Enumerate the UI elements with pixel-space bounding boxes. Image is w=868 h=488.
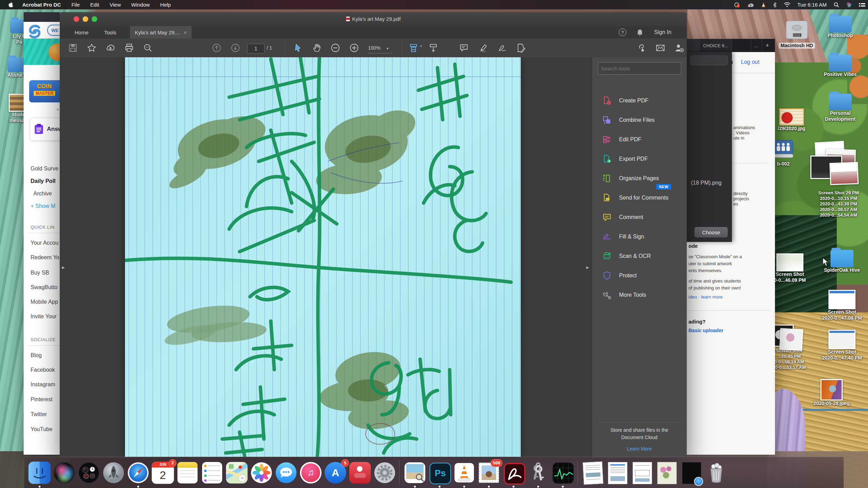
close-tab-icon[interactable]: × bbox=[184, 30, 187, 35]
tool-create-pdf[interactable]: Create PDF bbox=[602, 96, 648, 105]
acrobat-title-bar[interactable]: Kyla's art May 29.pdf bbox=[60, 12, 687, 26]
email-icon[interactable] bbox=[656, 43, 665, 53]
sidebar-item-youtube[interactable]: YouTube bbox=[31, 426, 52, 432]
desktop-icon-jpeg-0528[interactable]: 2020-05-28.jpeg bbox=[809, 379, 854, 406]
dock-reminders-icon[interactable] bbox=[201, 462, 223, 484]
dock-mail-icon[interactable]: 566 bbox=[478, 462, 500, 484]
sidebar-item-daily-poll[interactable]: Daily Poll bbox=[31, 178, 56, 184]
sidebar-item-show-more[interactable]: + Show M bbox=[31, 203, 56, 209]
pdf-page-drawing[interactable] bbox=[125, 57, 521, 457]
new-tab-button[interactable]: + bbox=[762, 39, 773, 52]
dock-photoshop-icon[interactable]: Ps bbox=[428, 462, 451, 484]
video-learn-more-links[interactable]: ideo · learn more bbox=[688, 294, 723, 300]
sidebar-item-redeem[interactable]: Redeem Yo bbox=[31, 254, 59, 261]
menu-bar-clock[interactable]: Tue 6:16 AM bbox=[798, 2, 827, 8]
file-chooser-dialog[interactable]: (18 PM).png Choose bbox=[687, 52, 732, 242]
coin-master-ad[interactable]: COIN MASTER bbox=[29, 80, 60, 102]
vlc-status-icon[interactable] bbox=[761, 2, 766, 7]
tool-fill-sign[interactable]: Fill & Sign bbox=[602, 232, 644, 241]
dock-painting-file[interactable] bbox=[656, 462, 678, 484]
print-icon[interactable] bbox=[124, 43, 134, 53]
siri-icon[interactable] bbox=[846, 2, 852, 8]
dock-system-preferences-icon[interactable] bbox=[374, 462, 396, 484]
dock-trash-icon[interactable] bbox=[705, 462, 727, 484]
dock-siri-icon[interactable] bbox=[53, 462, 75, 484]
wifi-icon[interactable] bbox=[784, 2, 791, 7]
zoom-in-icon[interactable] bbox=[349, 43, 359, 53]
browser-tab-partial[interactable] bbox=[687, 39, 700, 52]
dock-dashboard-icon[interactable] bbox=[78, 462, 100, 484]
cloud-upload-icon[interactable] bbox=[106, 43, 115, 53]
desktop-icon-personal-development-folder[interactable]: Personal Development bbox=[821, 94, 859, 122]
dock-video-file[interactable] bbox=[681, 462, 703, 484]
sidebar-item-buy-sb[interactable]: Buy SB bbox=[31, 270, 49, 276]
answer-card[interactable]: Answ bbox=[30, 118, 65, 141]
tool-send-for-comments[interactable]: Send for Comments bbox=[602, 193, 668, 202]
dock-document-stack-1[interactable] bbox=[582, 462, 604, 484]
desktop-icon-positive-vibes-folder[interactable]: Positive Vibes bbox=[821, 55, 859, 77]
page-number-input[interactable] bbox=[247, 44, 265, 53]
acrobat-window[interactable]: Kyla's art May 29.pdf Home Tools Kyla's … bbox=[60, 12, 687, 458]
browser-tab-blank[interactable] bbox=[732, 39, 751, 52]
basic-uploader-link[interactable]: Basic uploader bbox=[688, 328, 723, 333]
logout-link[interactable]: Log out bbox=[741, 59, 759, 65]
desktop-icon-screenshot-4740[interactable]: Screen Shot 2020-0...47.40 PM bbox=[818, 330, 866, 361]
desktop-icon-macintosh-hd[interactable]: Macintosh HD bbox=[778, 19, 816, 49]
hand-tool-icon[interactable] bbox=[312, 43, 322, 53]
menu-edit[interactable]: Edit bbox=[90, 2, 99, 8]
tool-edit-pdf[interactable]: Edit PDF bbox=[602, 135, 641, 144]
highlighter-tool-icon[interactable] bbox=[478, 43, 488, 53]
comment-tool-icon[interactable] bbox=[459, 43, 469, 53]
promo-banner[interactable] bbox=[24, 39, 60, 65]
dock-app-store-icon[interactable]: A 5 bbox=[324, 462, 347, 484]
dock-vlc-icon[interactable] bbox=[453, 462, 475, 484]
tool-export-pdf[interactable]: Export PDF bbox=[602, 154, 648, 163]
sidebar-item-archive[interactable]: Archive bbox=[33, 191, 52, 197]
dock-document-stack-3[interactable] bbox=[631, 462, 653, 484]
sidebar-item-mobile-apps[interactable]: Mobile App bbox=[31, 299, 58, 305]
menu-window[interactable]: Window bbox=[131, 2, 150, 8]
tab-home[interactable]: Home bbox=[75, 26, 89, 39]
sidebar-item-blog[interactable]: Blog bbox=[31, 352, 42, 359]
fill-sign-tool-icon[interactable] bbox=[497, 43, 507, 53]
sidebar-item-your-account[interactable]: Your Accou bbox=[31, 240, 58, 246]
tab-document[interactable]: Kyla's art May 29.... × bbox=[130, 26, 192, 39]
help-button[interactable]: ? bbox=[619, 26, 626, 39]
edit-page-tool-icon[interactable] bbox=[516, 43, 526, 53]
screen-record-status-icon[interactable] bbox=[734, 2, 740, 8]
dock-activity-monitor-icon[interactable] bbox=[552, 462, 574, 484]
nav-pane-toggle[interactable]: ► bbox=[61, 265, 66, 270]
app-menu-title[interactable]: Acrobat Pro DC bbox=[22, 2, 61, 8]
dialog-search-field[interactable] bbox=[690, 56, 728, 65]
star-icon[interactable] bbox=[87, 43, 97, 53]
right-browser-window[interactable]: CHOICE 6... ... + gan Log out animations… bbox=[687, 39, 775, 455]
dock-keychain-icon[interactable] bbox=[527, 462, 549, 484]
zoom-out-icon[interactable] bbox=[331, 43, 340, 53]
menu-file[interactable]: File bbox=[72, 2, 80, 8]
cloud-upload-status-icon[interactable] bbox=[747, 2, 754, 7]
dock-maps-icon[interactable]: 3D bbox=[226, 462, 248, 484]
tool-scan-ocr[interactable]: Scan & OCR bbox=[602, 252, 651, 261]
tools-pane-toggle[interactable]: ► bbox=[585, 265, 590, 270]
dock-calendar-icon[interactable]: JUN 2 2 bbox=[152, 462, 174, 484]
carousel-dot[interactable] bbox=[57, 109, 59, 110]
dock-itunes-icon[interactable]: ♫ bbox=[300, 462, 322, 484]
notifications-button[interactable] bbox=[637, 26, 643, 39]
sidebar-item-instagram[interactable]: Instagram bbox=[31, 381, 55, 388]
bluetooth-icon[interactable] bbox=[773, 2, 777, 8]
fit-width-caret[interactable]: ▾ bbox=[420, 44, 422, 48]
dock-document-stack-2[interactable] bbox=[607, 462, 629, 484]
dock-acrobat-icon[interactable] bbox=[502, 462, 525, 484]
next-page-icon[interactable] bbox=[231, 43, 240, 53]
previous-page-icon[interactable] bbox=[212, 43, 222, 53]
share-link-icon[interactable] bbox=[636, 43, 646, 53]
sidebar-item-facebook[interactable]: Facebook bbox=[31, 367, 55, 373]
sidebar-item-twitter[interactable]: Twitter bbox=[31, 411, 47, 418]
tool-more-tools[interactable]: More Tools bbox=[602, 291, 646, 300]
tab-tools[interactable]: Tools bbox=[104, 26, 116, 39]
dock-messages-icon[interactable] bbox=[275, 462, 297, 484]
dock-notes-icon[interactable] bbox=[176, 462, 199, 484]
browser-tab-overflow[interactable]: ... bbox=[751, 39, 762, 52]
zoom-level-dropdown[interactable]: 100% ▾ bbox=[368, 45, 389, 51]
desktop-icon-screenshot-cluster[interactable]: Screen Shot 29 PM 2020-0...10.15 PM 2020… bbox=[809, 142, 868, 218]
